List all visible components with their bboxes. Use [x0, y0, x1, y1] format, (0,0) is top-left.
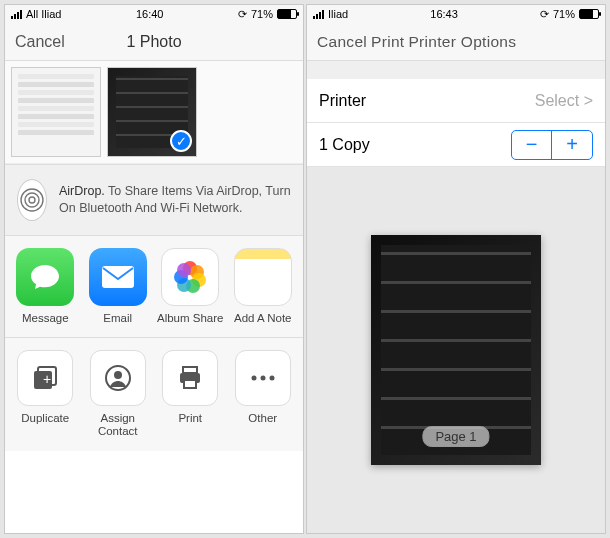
share-item-label: Add A Note	[234, 312, 292, 325]
printer-row-value: Select >	[535, 92, 593, 110]
print-preview-area: Page 1	[307, 167, 605, 533]
copies-stepper: − +	[511, 130, 593, 160]
stepper-minus[interactable]: −	[512, 131, 552, 159]
carrier-label: Iliad	[328, 8, 348, 20]
page-badge: Page 1	[422, 426, 489, 447]
nav-title: 1 Photo	[126, 33, 181, 51]
action-item-label: Print	[178, 412, 202, 425]
clock: 16:43	[430, 8, 458, 20]
nav-bar: Cancel Print Printer Options	[307, 23, 605, 61]
battery-icon	[277, 9, 297, 19]
share-apps-row: Message Email Album Share	[5, 236, 303, 337]
copies-label: 1 Copy	[319, 136, 370, 154]
contact-icon	[90, 350, 146, 406]
nav-bar: Cancel 1 Photo	[5, 23, 303, 61]
orientation-lock-icon: ⟳	[540, 8, 549, 21]
share-sheet-screen: All Iliad 16:40 ⟳ 71% Cancel 1 Photo ✓ A…	[4, 4, 304, 534]
stepper-plus[interactable]: +	[552, 131, 592, 159]
battery-pct: 71%	[553, 8, 575, 20]
share-album[interactable]: Album Share	[156, 248, 225, 325]
spacer	[307, 61, 605, 79]
svg-point-12	[251, 376, 256, 381]
action-duplicate[interactable]: + Duplicate	[11, 350, 80, 438]
printer-options-screen: Iliad 16:43 ⟳ 71% Cancel Print Printer O…	[306, 4, 606, 534]
svg-rect-3	[102, 266, 134, 288]
svg-point-13	[260, 376, 265, 381]
duplicate-icon: +	[17, 350, 73, 406]
airdrop-icon	[17, 179, 47, 221]
photo-thumbnails: ✓	[5, 61, 303, 164]
airdrop-text: AirDrop. To Share Items Via AirDrop, Tur…	[59, 183, 291, 217]
action-item-label: Other	[248, 412, 277, 425]
message-icon	[16, 248, 74, 306]
svg-point-14	[269, 376, 274, 381]
svg-rect-9	[183, 367, 197, 373]
photos-icon	[161, 248, 219, 306]
battery-pct: 71%	[251, 8, 273, 20]
copies-row: 1 Copy − +	[307, 123, 605, 167]
print-icon	[162, 350, 218, 406]
cancel-button[interactable]: Cancel	[317, 33, 367, 51]
svg-point-0	[29, 197, 35, 203]
status-bar: All Iliad 16:40 ⟳ 71%	[5, 5, 303, 23]
signal-icon	[11, 10, 22, 19]
share-add-note[interactable]: Add A Note	[229, 248, 298, 325]
printer-row-label: Printer	[319, 92, 366, 110]
airdrop-row[interactable]: AirDrop. To Share Items Via AirDrop, Tur…	[5, 164, 303, 236]
actions-row: + Duplicate Assign Contact Print Other	[5, 337, 303, 450]
carrier-label: All Iliad	[26, 8, 61, 20]
cancel-button[interactable]: Cancel	[15, 33, 65, 51]
svg-text:+: +	[43, 371, 51, 387]
action-assign-contact[interactable]: Assign Contact	[84, 350, 153, 438]
battery-icon	[579, 9, 599, 19]
svg-rect-11	[184, 380, 196, 388]
share-message[interactable]: Message	[11, 248, 80, 325]
more-icon	[235, 350, 291, 406]
action-item-label: Duplicate	[21, 412, 69, 425]
nav-title: Printer Options	[408, 33, 516, 51]
notes-icon	[234, 248, 292, 306]
share-item-label: Message	[22, 312, 69, 325]
share-item-label: Album Share	[157, 312, 223, 325]
mail-icon	[89, 248, 147, 306]
action-other[interactable]: Other	[229, 350, 298, 438]
printer-select-row[interactable]: Printer Select >	[307, 79, 605, 123]
action-print[interactable]: Print	[156, 350, 225, 438]
svg-point-1	[25, 193, 39, 207]
svg-point-8	[114, 371, 122, 379]
print-preview-page[interactable]: Page 1	[371, 235, 541, 465]
clock: 16:40	[136, 8, 164, 20]
share-item-label: Email	[103, 312, 132, 325]
print-button[interactable]: Print	[371, 33, 404, 51]
action-item-label: Assign Contact	[84, 412, 153, 438]
orientation-lock-icon: ⟳	[238, 8, 247, 21]
status-bar: Iliad 16:43 ⟳ 71%	[307, 5, 605, 23]
checkmark-icon: ✓	[170, 130, 192, 152]
thumbnail-item-selected[interactable]: ✓	[107, 67, 197, 157]
share-email[interactable]: Email	[84, 248, 153, 325]
thumbnail-item[interactable]	[11, 67, 101, 157]
signal-icon	[313, 10, 324, 19]
